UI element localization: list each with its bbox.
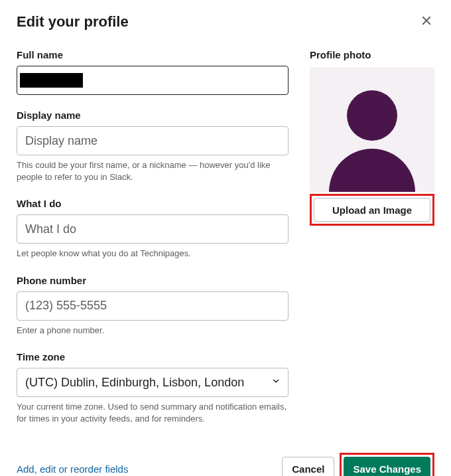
- display-name-label: Display name: [17, 110, 289, 121]
- upload-highlight: Upload an Image: [310, 194, 434, 226]
- full-name-input[interactable]: [17, 66, 289, 95]
- cancel-button[interactable]: Cancel: [282, 457, 334, 476]
- full-name-label: Full name: [17, 49, 289, 60]
- svg-point-2: [347, 90, 397, 141]
- modal-title: Edit your profile: [17, 13, 129, 31]
- display-name-input[interactable]: [17, 126, 289, 155]
- reorder-fields-link[interactable]: Add, edit or reorder fields: [17, 463, 128, 475]
- upload-image-button[interactable]: Upload an Image: [314, 198, 430, 222]
- what-i-do-help: Let people know what you do at Technipag…: [17, 248, 289, 260]
- close-button[interactable]: [419, 14, 434, 30]
- save-button[interactable]: Save Changes: [344, 457, 430, 476]
- photo-label: Profile photo: [310, 49, 434, 60]
- phone-input[interactable]: [17, 291, 289, 321]
- what-i-do-input[interactable]: [17, 214, 289, 244]
- avatar-icon: [319, 76, 425, 192]
- timezone-label: Time zone: [17, 351, 289, 362]
- phone-label: Phone number: [17, 275, 289, 286]
- phone-help: Enter a phone number.: [17, 325, 289, 337]
- close-icon: [420, 15, 432, 29]
- redacted-name: [20, 73, 83, 88]
- timezone-help: Your current time zone. Used to send sum…: [17, 401, 289, 425]
- what-i-do-label: What I do: [17, 198, 289, 209]
- save-highlight: Save Changes: [340, 453, 434, 476]
- timezone-select[interactable]: (UTC) Dublin, Edinburgh, Lisbon, London: [17, 368, 289, 397]
- display-name-help: This could be your first name, or a nick…: [17, 159, 289, 183]
- timezone-value: (UTC) Dublin, Edinburgh, Lisbon, London: [25, 376, 244, 389]
- avatar-placeholder: [310, 67, 434, 192]
